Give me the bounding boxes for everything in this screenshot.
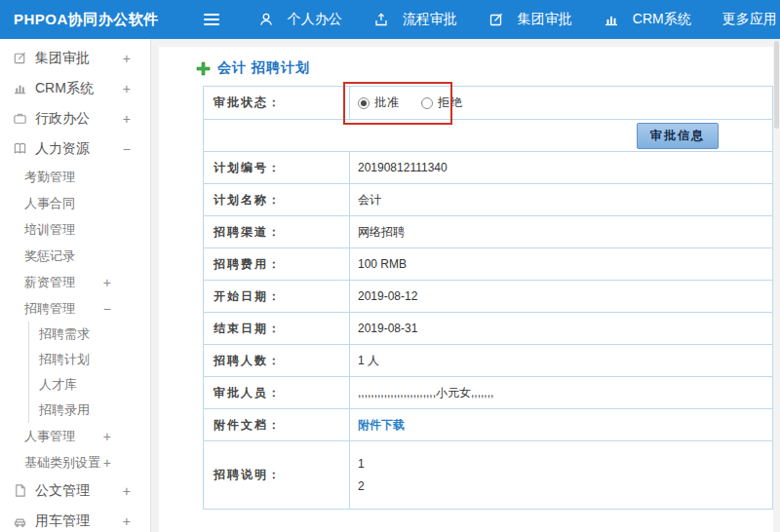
top-navbar: PHPOA协同办公软件 个人办公 流程审批 bbox=[0, 0, 780, 39]
sidebar-item-label: 薪资管理 bbox=[24, 274, 75, 291]
radio-approve[interactable]: 批准 bbox=[358, 95, 400, 111]
nav-item-label: 集团审批 bbox=[518, 11, 572, 28]
add-plus-icon bbox=[196, 61, 211, 76]
sidebar-item-salary[interactable]: 薪资管理 + bbox=[0, 269, 150, 295]
nav-personal-office[interactable]: 个人办公 bbox=[243, 0, 358, 39]
edit-square-icon bbox=[488, 12, 505, 27]
field-value: 会计 bbox=[350, 184, 772, 215]
attachment-download-link[interactable]: 附件下载 bbox=[358, 417, 405, 434]
field-label: 招聘人数： bbox=[204, 345, 350, 376]
sidebar-item-documents[interactable]: 公文管理 + bbox=[0, 475, 150, 506]
form-row-description: 招聘说明： 1 2 bbox=[204, 441, 772, 510]
radio-label: 拒绝 bbox=[438, 95, 463, 111]
form-row-channel: 招聘渠道： 网络招聘 bbox=[204, 216, 772, 248]
flow-icon bbox=[373, 12, 390, 27]
sidebar-item-rewards[interactable]: 奖惩记录 bbox=[0, 243, 150, 269]
nav-process-approval[interactable]: 流程审批 bbox=[358, 0, 473, 39]
expand-toggle[interactable]: + bbox=[123, 514, 131, 528]
field-value: 附件下载 bbox=[350, 409, 772, 440]
page-title-row: 会计 招聘计划 bbox=[159, 47, 773, 78]
sidebar-item-label: 公文管理 bbox=[35, 482, 90, 500]
field-value: 100 RMB bbox=[350, 248, 772, 280]
sidebar-item-label: 人事合同 bbox=[24, 195, 75, 212]
sidebar-item-label: 招聘计划 bbox=[39, 351, 90, 368]
nav-group-approval[interactable]: 集团审批 bbox=[473, 0, 588, 39]
field-value: 网络招聘 bbox=[350, 216, 772, 247]
scrollbar-track[interactable] bbox=[773, 39, 780, 532]
field-label: 招聘说明： bbox=[204, 441, 350, 509]
top-nav-menu: 个人办公 流程审批 集团审批 bbox=[243, 0, 780, 39]
bar-chart-icon bbox=[604, 12, 620, 27]
sidebar-item-recruit-hire[interactable]: 招聘录用 bbox=[29, 398, 150, 423]
sidebar-item-label: 招聘管理 bbox=[24, 300, 75, 318]
sidebar-item-label: 人事管理 bbox=[24, 428, 75, 445]
sidebar-item-talent-pool[interactable]: 人才库 bbox=[29, 372, 150, 398]
collapse-toggle[interactable]: − bbox=[103, 302, 111, 316]
field-value: 2019-08-31 bbox=[350, 313, 772, 344]
field-label: 计划编号： bbox=[204, 152, 350, 183]
form-row-plan-number: 计划编号： 20190812111340 bbox=[204, 152, 772, 184]
nav-item-label: 流程审批 bbox=[403, 11, 457, 28]
page-title: 会计 招聘计划 bbox=[217, 59, 310, 77]
field-label: 审批人员： bbox=[204, 377, 350, 408]
expand-toggle[interactable]: + bbox=[123, 484, 131, 498]
radio-button-icon[interactable] bbox=[358, 97, 370, 109]
bar-chart-icon bbox=[12, 81, 28, 96]
sidebar-item-group-approval[interactable]: 集团审批 + bbox=[0, 43, 150, 73]
nav-crm[interactable]: CRM系统 bbox=[588, 0, 707, 39]
recruitment-submenu: 招聘需求 招聘计划 人才库 招聘录用 bbox=[28, 322, 150, 423]
expand-toggle[interactable]: + bbox=[123, 82, 131, 95]
collapse-toggle[interactable]: − bbox=[123, 142, 131, 156]
sidebar-item-training[interactable]: 培训管理 bbox=[0, 216, 150, 243]
sidebar-item-recruitment[interactable]: 招聘管理 − bbox=[0, 295, 150, 322]
form-row-plan-name: 计划名称： 会计 bbox=[204, 184, 772, 216]
field-value: 1 2 bbox=[350, 441, 772, 509]
expand-toggle[interactable]: + bbox=[103, 456, 111, 470]
radio-label: 批准 bbox=[374, 95, 400, 111]
field-label: 计划名称： bbox=[204, 184, 350, 215]
approve-button-row: 审批信息 bbox=[204, 120, 772, 152]
nav-item-label: 更多应用 bbox=[722, 11, 777, 28]
sidebar: 集团审批 + CRM系统 + 行政办公 + 人 bbox=[0, 39, 151, 532]
sidebar-item-label: 招聘录用 bbox=[39, 401, 90, 419]
sidebar-item-label: 招聘需求 bbox=[39, 325, 90, 343]
expand-toggle[interactable]: + bbox=[103, 430, 111, 443]
form-row-start-date: 开始日期： 2019-08-12 bbox=[204, 281, 772, 313]
sidebar-item-vehicles[interactable]: 用车管理 + bbox=[0, 506, 150, 532]
sidebar-item-label: 行政办公 bbox=[35, 110, 90, 128]
app-logo: PHPOA协同办公软件 bbox=[0, 11, 173, 29]
sidebar-item-label: 集团审批 bbox=[35, 50, 90, 67]
sidebar-item-recruit-plan[interactable]: 招聘计划 bbox=[29, 347, 150, 372]
form-row-headcount: 招聘人数： 1 人 bbox=[204, 345, 772, 377]
car-icon bbox=[12, 513, 28, 529]
expand-toggle[interactable]: + bbox=[123, 112, 131, 126]
sidebar-item-attendance[interactable]: 考勤管理 bbox=[0, 164, 150, 190]
person-icon bbox=[258, 12, 275, 27]
sidebar-item-label: 基础类别设置 bbox=[24, 454, 100, 472]
field-label: 附件文档： bbox=[204, 409, 350, 440]
sidebar-item-contracts[interactable]: 人事合同 bbox=[0, 190, 150, 216]
form-row-end-date: 结束日期： 2019-08-31 bbox=[204, 313, 772, 345]
sidebar-item-personnel[interactable]: 人事管理 + bbox=[0, 423, 150, 449]
form-row-approvers: 审批人员： ,,,,,,,,,,,,,,,,,,,,,,,,小元女,,,,,,, bbox=[204, 377, 772, 409]
sidebar-item-admin-office[interactable]: 行政办公 + bbox=[0, 103, 150, 133]
sidebar-item-hr[interactable]: 人力资源 − bbox=[0, 133, 150, 164]
radio-reject[interactable]: 拒绝 bbox=[421, 95, 463, 111]
description-line: 2 bbox=[358, 479, 365, 493]
expand-toggle[interactable]: + bbox=[123, 52, 131, 65]
field-label: 审批状态： bbox=[204, 87, 350, 119]
sidebar-item-recruit-demand[interactable]: 招聘需求 bbox=[29, 322, 150, 347]
sidebar-item-crm[interactable]: CRM系统 + bbox=[0, 73, 150, 103]
edit-square-icon bbox=[12, 51, 28, 66]
approve-info-button[interactable]: 审批信息 bbox=[637, 123, 719, 149]
main-content: 会计 招聘计划 审批状态： 批准 拒绝 审批信息 计划编号： 201908121… bbox=[159, 47, 773, 532]
nav-more-apps[interactable]: 更多应用 bbox=[707, 0, 780, 39]
sidebar-item-base-category[interactable]: 基础类别设置 + bbox=[0, 449, 150, 475]
menu-toggle-icon[interactable] bbox=[198, 8, 225, 31]
expand-toggle[interactable]: + bbox=[103, 276, 111, 289]
form-row-approval-status: 审批状态： 批准 拒绝 bbox=[204, 87, 772, 120]
briefcase-icon bbox=[12, 111, 28, 127]
sidebar-item-label: 考勤管理 bbox=[24, 169, 75, 186]
radio-button-icon[interactable] bbox=[421, 97, 433, 109]
scrollbar-thumb[interactable] bbox=[774, 41, 779, 129]
